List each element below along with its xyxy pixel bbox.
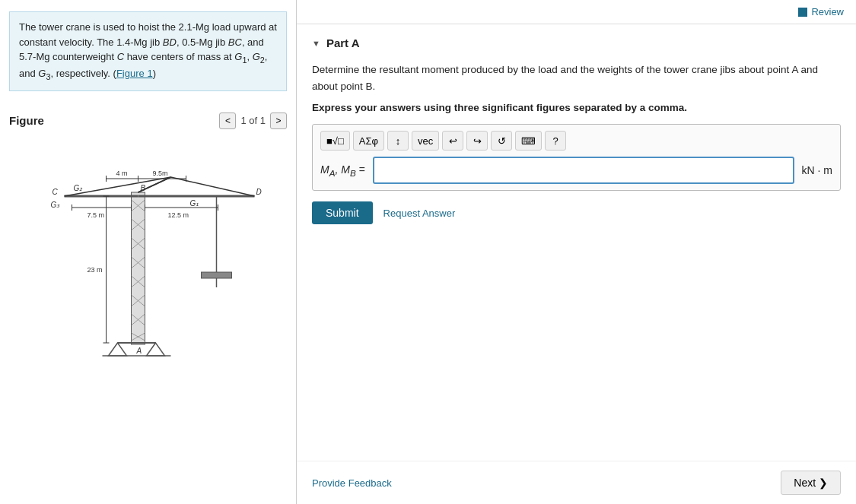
svg-text:9.5m: 9.5m — [153, 170, 168, 177]
answer-input[interactable] — [373, 157, 794, 184]
toolbar: ■√□ ΑΣφ ↕ vec ↩ ↪ ↺ ⌨ ? — [320, 131, 832, 151]
question-line1: Determine the resultant moment produced … — [312, 64, 818, 92]
svg-line-20 — [171, 177, 255, 196]
help-btn[interactable]: ? — [545, 131, 566, 151]
answer-box: ■√□ ΑΣφ ↕ vec ↩ ↪ ↺ ⌨ ? MA, MB = kN · m — [312, 124, 841, 191]
problem-text-content: The tower crane is used to hoist the 2.1… — [19, 21, 277, 79]
figure-counter: 1 of 1 — [240, 115, 266, 126]
svg-text:23 m: 23 m — [88, 266, 103, 274]
action-row: Submit Request Answer — [312, 201, 841, 224]
undo-btn[interactable]: ↩ — [442, 131, 463, 151]
redo-btn[interactable]: ↪ — [466, 131, 488, 151]
svg-text:A: A — [136, 347, 142, 355]
question-text: Determine the resultant moment produced … — [312, 62, 841, 94]
part-a-header[interactable]: ▼ Part A — [312, 36, 841, 49]
symbols-btn[interactable]: ΑΣφ — [353, 131, 384, 151]
input-row: MA, MB = kN · m — [320, 157, 832, 184]
vector-btn[interactable]: vec — [412, 131, 439, 151]
svg-text:7.5 m: 7.5 m — [88, 211, 105, 219]
left-panel: The tower crane is used to hoist the 2.1… — [0, 0, 297, 504]
figure-area: G₂ B G₁ D C G₃ — [0, 135, 296, 504]
resize-btn[interactable]: ↕ — [387, 131, 409, 151]
svg-rect-0 — [132, 192, 145, 344]
svg-text:G₃: G₃ — [51, 201, 61, 209]
figure1-link[interactable]: Figure 1 — [116, 68, 153, 79]
svg-text:4 m: 4 m — [116, 170, 128, 177]
figure-header: Figure < 1 of 1 > — [0, 106, 296, 135]
figure-nav: < 1 of 1 > — [219, 113, 287, 129]
svg-text:G₁: G₁ — [190, 199, 199, 208]
svg-rect-30 — [202, 272, 232, 278]
provide-feedback-link[interactable]: Provide Feedback — [312, 477, 392, 489]
request-answer-link[interactable]: Request Answer — [383, 208, 456, 219]
right-panel: Review ▼ Part A Determine the resultant … — [297, 0, 856, 504]
matrix-btn[interactable]: ■√□ — [320, 131, 350, 151]
keyboard-btn[interactable]: ⌨ — [515, 131, 542, 151]
svg-marker-53 — [109, 343, 127, 356]
review-label: Review — [811, 6, 844, 17]
figure-title: Figure — [9, 114, 44, 127]
submit-btn[interactable]: Submit — [312, 201, 373, 224]
svg-text:B: B — [141, 184, 146, 192]
unit-label: kN · m — [802, 164, 832, 176]
bottom-bar: Provide Feedback Next ❯ — [297, 461, 856, 504]
figure-next-btn[interactable]: > — [270, 113, 287, 129]
refresh-btn[interactable]: ↺ — [491, 131, 512, 151]
svg-text:12.5 m: 12.5 m — [168, 211, 189, 219]
top-bar: Review — [297, 0, 856, 24]
figure-prev-btn[interactable]: < — [219, 113, 236, 129]
crane-figure-svg: G₂ B G₁ D C G₃ — [9, 147, 287, 360]
svg-text:C: C — [53, 188, 59, 196]
problem-text: The tower crane is used to hoist the 2.1… — [9, 11, 287, 91]
review-icon — [798, 8, 807, 17]
svg-text:G₂: G₂ — [74, 184, 84, 192]
content-area: ▼ Part A Determine the resultant moment … — [297, 24, 856, 461]
review-link[interactable]: Review — [798, 6, 844, 17]
input-label: MA, MB = — [320, 163, 365, 178]
svg-text:D: D — [256, 188, 262, 196]
svg-marker-54 — [147, 343, 165, 356]
chevron-down-icon: ▼ — [312, 39, 320, 48]
next-btn[interactable]: Next ❯ — [781, 471, 841, 495]
emphasis-text: Express your answers using three signifi… — [312, 102, 841, 113]
part-a-label: Part A — [326, 36, 360, 49]
